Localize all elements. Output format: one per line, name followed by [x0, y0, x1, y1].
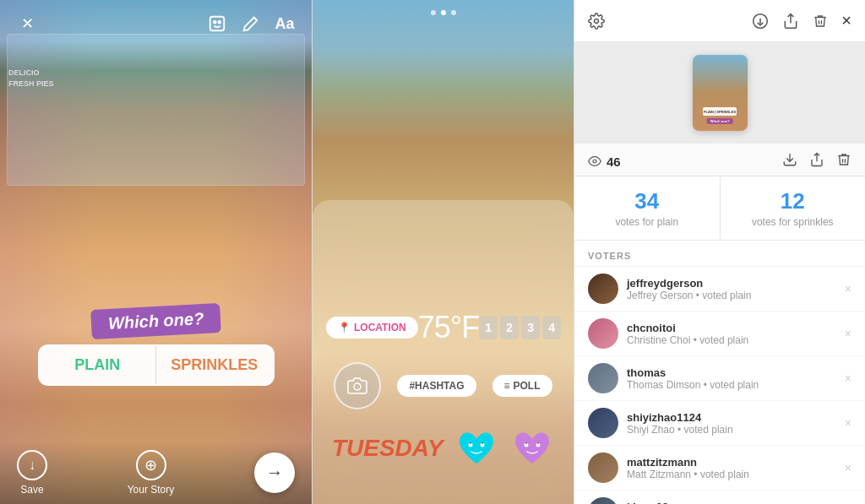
voter-detail-5: Matt Zitzmann • voted plain [627, 469, 836, 480]
timer-d3: 3 [521, 316, 540, 339]
svg-point-7 [481, 442, 483, 444]
close-right-button[interactable]: × [841, 11, 851, 30]
voter-row: shiyizhao1124 Shiyi Zhao • voted plain × [574, 401, 865, 446]
svg-point-2 [218, 21, 220, 24]
left-story-editor: DELICIO FRESH PIES ✕ [0, 0, 313, 504]
store-sign: DELICIO FRESH PIES [8, 68, 54, 89]
pin-icon: 📍 [338, 322, 351, 333]
text-tool[interactable]: Aa [271, 10, 298, 37]
voter-avatar-3 [588, 363, 618, 393]
svg-point-11 [537, 442, 539, 444]
voter-username-1: jeffreydgerson [627, 277, 836, 290]
page-indicator [431, 10, 456, 15]
plain-votes: 34 votes for plain [574, 176, 721, 240]
share-button[interactable] [782, 13, 799, 30]
camera-sticker[interactable] [334, 362, 381, 409]
story-thumbnail: PLAIN | SPRINKLES Which one? [693, 55, 748, 131]
poll-option-plain[interactable]: PLAIN [40, 346, 157, 384]
poll-option-sprinkles[interactable]: SPRINKLES [156, 346, 273, 384]
voter-info-3: thomas Thomas Dimson • voted plain [627, 366, 836, 391]
sticker-grid: 📍 LOCATION 75°F 1 2 3 4 [313, 293, 574, 504]
middle-sticker-panel: 📍 LOCATION 75°F 1 2 3 4 [313, 0, 574, 504]
svg-point-3 [354, 383, 361, 390]
poll-label: POLL [514, 380, 541, 392]
voter-close-2[interactable]: × [845, 327, 851, 340]
poll-sticker: Which one? PLAIN SPRINKLES [38, 306, 275, 386]
close-button[interactable]: ✕ [14, 10, 41, 37]
voter-detail-1: Jeffrey Gerson • voted plain [627, 290, 836, 301]
eye-icon [588, 154, 601, 168]
share-stat-button[interactable] [809, 152, 824, 171]
story-label: Your Story [128, 484, 175, 496]
voter-row: mattzitzmann Matt Zitzmann • voted plain… [574, 446, 865, 490]
face-sticker-icon[interactable] [204, 10, 231, 37]
voter-info-1: jeffreydgerson Jeffrey Gerson • voted pl… [627, 277, 836, 301]
your-story-button[interactable]: ⊕ Your Story [128, 450, 175, 496]
voter-detail-3: Thomas Dimson • voted plain [627, 379, 836, 391]
voter-row: chcnoitoi Christine Choi • voted plain × [574, 312, 865, 356]
voter-close-3[interactable]: × [845, 371, 851, 385]
voter-avatar-1 [588, 274, 618, 304]
sprinkles-vote-label: votes for sprinkles [734, 216, 852, 228]
indicator-1 [431, 10, 436, 15]
voter-detail-2: Christine Choi • voted plain [627, 334, 836, 346]
delete-button[interactable] [813, 14, 828, 29]
sticker-row-3: TUESDAY [326, 426, 560, 470]
timer-sticker[interactable]: 1 2 3 4 [479, 316, 561, 339]
voter-avatar-2 [588, 318, 618, 349]
save-label: Save [20, 484, 43, 496]
poll-options[interactable]: PLAIN SPRINKLES [38, 344, 275, 386]
voter-close-1[interactable]: × [845, 282, 851, 295]
timer-d4: 4 [542, 316, 561, 339]
left-toolbar: ✕ Aa [0, 10, 312, 37]
view-number: 46 [607, 154, 621, 169]
hashtag-sticker[interactable]: #HASHTAG [397, 375, 476, 397]
svg-point-1 [214, 21, 216, 24]
sprinkles-vote-count: 12 [734, 188, 852, 214]
save-icon: ↓ [17, 450, 47, 480]
voter-row: thomas Thomas Dimson • voted plain × [574, 356, 865, 401]
voter-info-2: chcnoitoi Christine Choi • voted plain [627, 322, 836, 346]
purple-heart-sticker[interactable] [510, 426, 554, 470]
stats-actions [782, 152, 851, 171]
voter-info-6: kjung92 Kevin Jung • voted plain [627, 501, 836, 505]
plain-vote-label: votes for plain [588, 216, 706, 228]
voters-header: VOTERS [574, 241, 865, 267]
voter-avatar-4 [588, 408, 618, 438]
svg-point-15 [593, 160, 596, 163]
sticker-row-2: #HASHTAG ≡ POLL [326, 362, 560, 409]
svg-point-6 [470, 442, 471, 444]
voter-close-5[interactable]: × [845, 461, 851, 474]
draw-icon[interactable] [237, 10, 264, 37]
location-label: LOCATION [354, 322, 406, 333]
settings-button[interactable] [588, 13, 605, 30]
download-stat-button[interactable] [782, 152, 797, 171]
vote-results: 34 votes for plain 12 votes for sprinkle… [574, 176, 865, 241]
cyan-heart-sticker[interactable] [454, 426, 498, 470]
view-count: 46 [588, 154, 621, 169]
delete-stat-button[interactable] [836, 152, 851, 171]
voter-row: kjung92 Kevin Jung • voted plain × [574, 490, 865, 504]
voter-avatar-5 [588, 453, 618, 483]
temperature-sticker[interactable]: 75°F [418, 310, 479, 345]
save-button[interactable]: ↓ Save [17, 450, 47, 496]
voter-detail-4: Shiyi Zhao • voted plain [627, 424, 836, 436]
next-button[interactable]: → [254, 453, 295, 493]
plain-vote-count: 34 [588, 188, 706, 214]
voters-section: VOTERS jeffreydgerson Jeffrey Gerson • v… [574, 241, 865, 504]
poll-sticker-btn[interactable]: ≡ POLL [492, 375, 552, 397]
svg-point-12 [595, 19, 599, 23]
voter-username-6: kjung92 [627, 501, 836, 505]
poll-question: Which one? [90, 303, 221, 339]
location-sticker[interactable]: 📍 LOCATION [326, 317, 418, 339]
right-toolbar: × [574, 0, 865, 42]
svg-point-10 [525, 442, 527, 444]
indicator-3 [451, 10, 456, 15]
download-button[interactable] [752, 13, 769, 30]
voter-username-2: chcnoitoi [627, 322, 836, 334]
tuesday-sticker[interactable]: TUESDAY [332, 435, 443, 462]
voter-close-4[interactable]: × [845, 416, 851, 430]
voter-username-5: mattzitzmann [627, 456, 836, 469]
poll-icon: ≡ [504, 380, 510, 392]
right-panel: × PLAIN | SPRINKLES Which one? 46 [574, 0, 865, 504]
